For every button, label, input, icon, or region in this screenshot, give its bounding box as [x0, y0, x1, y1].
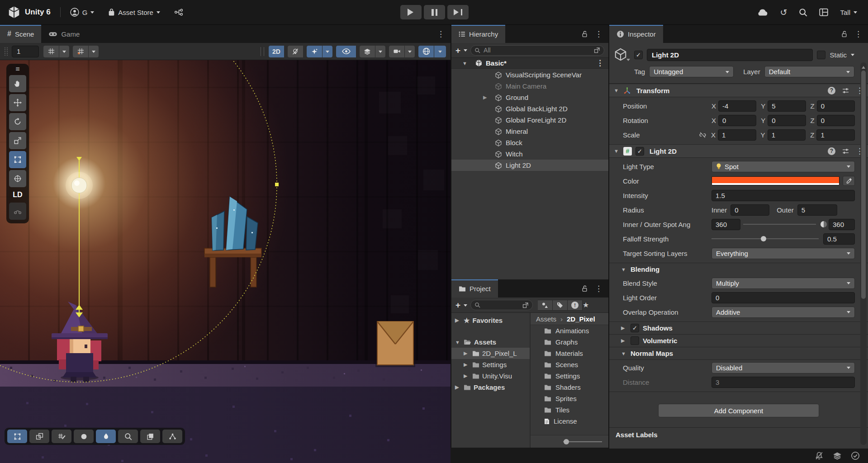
radius-inner-field[interactable]: 0 [730, 204, 769, 216]
scale-z-field[interactable]: 1 [816, 129, 855, 141]
folder-item[interactable]: Graphs [531, 336, 608, 348]
grid-snap-button[interactable] [73, 46, 88, 57]
thumbnail-zoom-slider[interactable] [563, 441, 602, 442]
paint-brush-tool[interactable] [52, 430, 71, 443]
asset-labels-header[interactable]: Asset Labels [609, 427, 868, 442]
position-y-field[interactable]: 5 [768, 100, 806, 112]
mode-2d-button[interactable]: 2D [269, 46, 284, 57]
status-ok-icon[interactable] [851, 451, 860, 460]
hidden-packages-button[interactable]: ! [567, 300, 583, 311]
spot-angle-max-field[interactable]: 360 [829, 219, 855, 230]
scene-viewport[interactable]: ≡ LD [0, 60, 451, 463]
hierarchy-item[interactable]: Main Camera [451, 80, 608, 92]
scale-tool[interactable] [9, 132, 26, 149]
expand-icon[interactable]: ▶ [464, 362, 470, 368]
gameobject-icon[interactable] [614, 47, 630, 62]
presets-icon[interactable] [842, 148, 849, 154]
tab-scene[interactable]: # Scene [0, 25, 41, 43]
tab-project[interactable]: Project [451, 279, 498, 298]
scroll-up-arrow[interactable] [862, 64, 865, 69]
grid-snap-dropdown[interactable] [89, 46, 99, 57]
quality-dropdown[interactable]: Disabled [711, 362, 855, 373]
intensity-field[interactable]: 1.5 [711, 190, 855, 201]
folder-item[interactable]: Settings [531, 370, 608, 382]
tree-item-packages[interactable]: ▶Packages [451, 382, 530, 393]
hierarchy-item[interactable]: Witch [451, 148, 608, 160]
scrollbar-thumb[interactable] [861, 71, 866, 299]
slider-knob[interactable] [564, 439, 569, 444]
overlay-drag-handle[interactable]: ≡ [15, 66, 19, 73]
hierarchy-item[interactable]: Block [451, 137, 608, 148]
hierarchy-item[interactable]: Global ForeLight 2D [451, 114, 608, 126]
scene-camera-dropdown[interactable] [405, 46, 415, 57]
foldout-icon[interactable]: ▼ [621, 351, 627, 356]
kebab-menu-icon[interactable]: ⋮ [854, 30, 862, 38]
help-icon[interactable]: ? [828, 147, 835, 155]
zoom-tool[interactable] [118, 430, 138, 443]
crate-sprite[interactable] [375, 321, 415, 367]
light2d-header[interactable]: ▼ # ✓ Light 2D ? ⋮ [609, 144, 868, 158]
hierarchy-scene-header[interactable]: ▼ Basic* ⋮ [451, 58, 608, 69]
transform-tool[interactable] [9, 170, 26, 187]
hierarchy-item-selected[interactable]: Light 2D [451, 160, 608, 171]
asset-store-menu[interactable]: Asset Store [108, 9, 160, 16]
rotation-z-field[interactable]: 0 [817, 115, 855, 126]
grid-visibility-dropdown[interactable] [59, 46, 69, 57]
expand-icon[interactable]: ▶ [455, 384, 461, 390]
light-radius-handle[interactable] [275, 183, 279, 186]
hierarchy-item[interactable]: Global BackLight 2D [451, 103, 608, 114]
foldout-icon[interactable]: ▼ [614, 148, 620, 154]
account-menu[interactable]: G [70, 8, 95, 17]
component-enabled-checkbox[interactable]: ✓ [636, 147, 644, 156]
cloud-icon[interactable] [757, 9, 768, 16]
link-scale-icon[interactable] [699, 132, 707, 138]
spot-angle-slider-handle[interactable] [821, 221, 827, 227]
tree-item-favorites[interactable]: ▶★Favorites [451, 315, 530, 326]
notifications-muted-icon[interactable] [815, 451, 824, 460]
ik-nodes-tool[interactable] [162, 430, 182, 443]
spot-angle-slider[interactable] [743, 224, 816, 225]
sorting-layers-dropdown[interactable]: Everything [711, 248, 855, 259]
layers-dropdown[interactable] [375, 46, 385, 57]
kebab-menu-icon[interactable]: ⋮ [437, 30, 445, 38]
expand-icon[interactable]: ▶ [621, 338, 627, 344]
layers-button[interactable] [360, 46, 375, 57]
scene-effects-button[interactable] [307, 46, 322, 57]
shadows-foldout[interactable]: ▶ ✓ Shadows [609, 321, 868, 334]
move-tool[interactable] [9, 94, 26, 111]
scene-camera-button[interactable] [389, 46, 404, 57]
transform-header[interactable]: ▼ Transform ? ⋮ [609, 84, 868, 97]
filter-by-label-button[interactable] [552, 300, 568, 311]
tree-item-assets[interactable]: ▼Assets [451, 336, 530, 348]
scene-effects-dropdown[interactable] [323, 46, 332, 57]
folder-item[interactable]: Animations [531, 325, 608, 336]
project-search-input[interactable] [470, 300, 533, 310]
expand-icon[interactable]: ▶ [464, 350, 470, 356]
scene-gizmos-button[interactable] [418, 46, 434, 57]
falloff-field[interactable]: 0.5 [823, 233, 855, 245]
breadcrumb[interactable]: Assets › 2D_Pixel [531, 313, 608, 325]
rect-tool[interactable] [9, 151, 26, 168]
scale-x-field[interactable]: 1 [718, 129, 756, 141]
layer-dropdown[interactable]: Default [764, 66, 854, 77]
hierarchy-search-input[interactable]: All [470, 45, 604, 56]
toolbar-grip[interactable] [261, 47, 264, 56]
falloff-slider[interactable] [711, 238, 819, 239]
expand-icon[interactable]: ▶ [455, 317, 461, 323]
kebab-menu-icon[interactable]: ⋮ [595, 30, 602, 38]
open-search-window-icon[interactable] [594, 47, 600, 53]
color-swatch[interactable] [711, 176, 840, 185]
overlap-dropdown[interactable]: Additive [711, 307, 855, 318]
tab-hierarchy[interactable]: Hierarchy [451, 25, 505, 43]
normal-maps-foldout[interactable]: ▼ Normal Maps [609, 347, 868, 359]
blend-style-dropdown[interactable]: Multiply [711, 278, 855, 289]
presets-icon[interactable] [842, 88, 849, 94]
foldout-icon[interactable]: ▼ [455, 340, 461, 345]
lock-icon[interactable] [581, 285, 588, 292]
folder-item[interactable]: Materials [531, 348, 608, 359]
play-button[interactable] [400, 5, 422, 19]
kebab-menu-icon[interactable]: ⋮ [596, 59, 604, 67]
folder-item[interactable]: Shaders [531, 382, 608, 393]
position-z-field[interactable]: 0 [817, 100, 855, 112]
favorites-star-icon[interactable]: ★ [583, 301, 588, 309]
